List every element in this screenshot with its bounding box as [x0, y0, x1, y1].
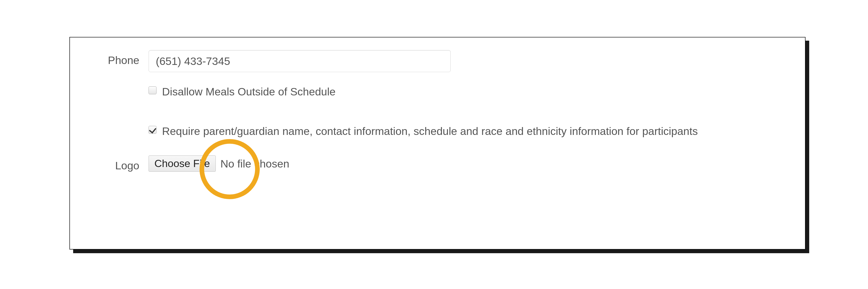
row-logo: Logo Choose File No file chosen: [70, 155, 805, 172]
choose-file-button[interactable]: Choose File: [149, 155, 216, 172]
form-panel: Phone Disallow Meals Outside of Schedule…: [69, 37, 806, 250]
disallow-meals-label: Disallow Meals Outside of Schedule: [162, 84, 336, 100]
require-info-checkbox[interactable]: [149, 126, 156, 134]
logo-label: Logo: [70, 155, 149, 172]
row-phone: Phone: [70, 50, 805, 72]
phone-input[interactable]: [149, 50, 451, 72]
row-disallow-meals: Disallow Meals Outside of Schedule: [70, 84, 805, 100]
file-chosen-status: No file chosen: [220, 157, 289, 170]
require-info-label: Require parent/guardian name, contact in…: [162, 123, 698, 140]
phone-label: Phone: [70, 50, 149, 67]
row-require-info: Require parent/guardian name, contact in…: [70, 123, 805, 140]
disallow-meals-checkbox[interactable]: [149, 86, 156, 94]
